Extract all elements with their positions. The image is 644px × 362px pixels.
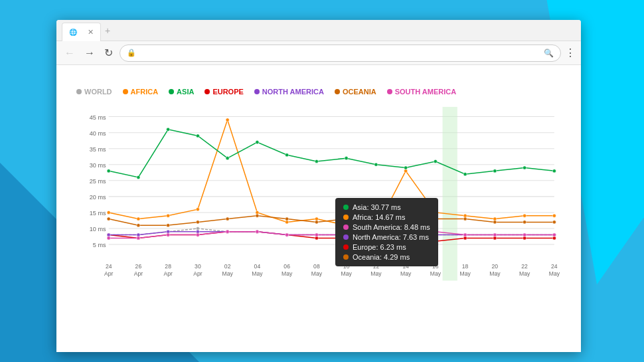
svg-point-103 (256, 214, 259, 217)
legend-dot-africa (123, 89, 128, 94)
svg-point-74 (345, 236, 348, 240)
svg-point-84 (167, 230, 170, 233)
legend-item-africa[interactable]: AFRICA (123, 88, 159, 96)
svg-text:45 ms: 45 ms (90, 114, 106, 121)
svg-point-55 (256, 141, 259, 144)
legend-label-asia: ASIA (177, 88, 194, 96)
chart-legend: WORLD AFRICA ASIA EUROPE NORTH AMERICA O… (76, 88, 561, 96)
svg-text:May: May (311, 270, 323, 277)
svg-point-123 (374, 233, 378, 236)
svg-text:May: May (549, 270, 560, 277)
svg-point-48 (523, 214, 526, 217)
svg-point-112 (523, 221, 526, 224)
legend-dot-asia (169, 89, 174, 94)
window-controls (542, 29, 576, 32)
legend-dot-north_america (254, 89, 260, 94)
svg-point-77 (434, 240, 437, 243)
secure-lock-icon: 🔒 (127, 48, 136, 57)
browser-tab[interactable]: 🌐 ✕ (62, 23, 101, 41)
svg-point-61 (434, 159, 437, 163)
svg-point-34 (107, 211, 110, 214)
svg-text:20: 20 (492, 263, 499, 270)
browser-menu-icon[interactable]: ⋮ (565, 46, 576, 59)
url-bar[interactable]: 🔒 🔍 (120, 45, 561, 62)
svg-text:14: 14 (402, 263, 409, 270)
svg-text:10 ms: 10 ms (90, 226, 106, 232)
svg-text:24: 24 (106, 263, 112, 270)
legend-item-asia[interactable]: ASIA (169, 88, 194, 96)
svg-point-56 (285, 153, 289, 157)
back-button[interactable]: ← (62, 46, 78, 60)
svg-text:26: 26 (135, 263, 142, 270)
svg-point-128 (523, 233, 526, 236)
svg-point-120 (285, 233, 289, 236)
tab-close-button[interactable]: ✕ (88, 28, 94, 37)
svg-point-80 (523, 236, 526, 240)
svg-point-99 (137, 224, 140, 227)
svg-point-46 (463, 214, 467, 217)
svg-text:5 ms: 5 ms (93, 242, 106, 248)
svg-text:25 ms: 25 ms (90, 178, 106, 185)
svg-point-21 (196, 226, 199, 230)
performance-chart: 5 ms10 ms15 ms20 ms25 ms30 ms35 ms40 ms4… (76, 105, 561, 311)
reload-button[interactable]: ↻ (102, 45, 116, 60)
minimize-button[interactable] (542, 29, 549, 32)
svg-text:Apr: Apr (163, 270, 173, 277)
svg-text:Apr: Apr (193, 270, 202, 277)
chart-container: 5 ms10 ms15 ms20 ms25 ms30 ms35 ms40 ms4… (76, 105, 561, 311)
svg-text:May: May (519, 270, 530, 277)
new-tab-button[interactable]: + (105, 25, 110, 36)
svg-text:May: May (341, 270, 353, 277)
svg-point-63 (493, 169, 497, 173)
svg-point-121 (315, 233, 318, 236)
legend-label-oceania: OCEANIA (343, 88, 376, 96)
svg-text:40 ms: 40 ms (90, 130, 106, 137)
svg-point-109 (434, 217, 437, 221)
legend-item-oceania[interactable]: OCEANIA (335, 88, 376, 96)
svg-point-93 (434, 233, 437, 236)
legend-item-north_america[interactable]: NORTH AMERICA (254, 88, 324, 96)
legend-label-europe: EUROPE (212, 88, 243, 96)
svg-point-35 (137, 217, 140, 221)
svg-point-51 (137, 175, 140, 179)
svg-text:May: May (489, 270, 501, 277)
close-button[interactable] (569, 29, 576, 32)
svg-point-117 (196, 233, 199, 236)
svg-point-85 (196, 230, 199, 233)
svg-text:24: 24 (551, 263, 558, 270)
svg-point-102 (226, 217, 229, 221)
address-bar: ← → ↻ 🔒 🔍 ⋮ (56, 41, 581, 65)
tab-favicon: 🌐 (69, 29, 77, 36)
svg-text:May: May (459, 270, 471, 277)
svg-point-108 (404, 217, 408, 221)
svg-point-83 (137, 233, 140, 236)
svg-point-39 (256, 211, 259, 214)
svg-text:28: 28 (165, 263, 171, 270)
svg-text:12: 12 (373, 263, 380, 270)
svg-point-59 (374, 163, 378, 166)
legend-item-south_america[interactable]: SOUTH AMERICA (387, 88, 456, 96)
svg-text:May: May (430, 270, 442, 277)
legend-item-europe[interactable]: EUROPE (204, 88, 243, 96)
svg-point-101 (196, 221, 199, 224)
svg-point-116 (167, 233, 170, 236)
svg-point-79 (493, 236, 497, 240)
svg-point-119 (256, 230, 259, 233)
svg-text:16: 16 (432, 263, 439, 270)
maximize-button[interactable] (556, 29, 562, 32)
svg-point-38 (226, 118, 229, 122)
svg-point-100 (167, 224, 170, 227)
svg-point-73 (315, 236, 318, 240)
legend-label-world: WORLD (84, 88, 112, 96)
url-search-icon: 🔍 (544, 48, 554, 58)
svg-point-122 (345, 233, 348, 236)
legend-item-world[interactable]: WORLD (76, 88, 112, 96)
svg-point-126 (463, 233, 467, 236)
svg-point-41 (315, 217, 318, 221)
svg-point-76 (404, 236, 408, 240)
legend-label-africa: AFRICA (131, 88, 159, 96)
svg-point-43 (374, 226, 378, 230)
forward-button[interactable]: → (82, 46, 98, 60)
svg-point-114 (107, 236, 110, 240)
svg-point-57 (315, 159, 318, 163)
